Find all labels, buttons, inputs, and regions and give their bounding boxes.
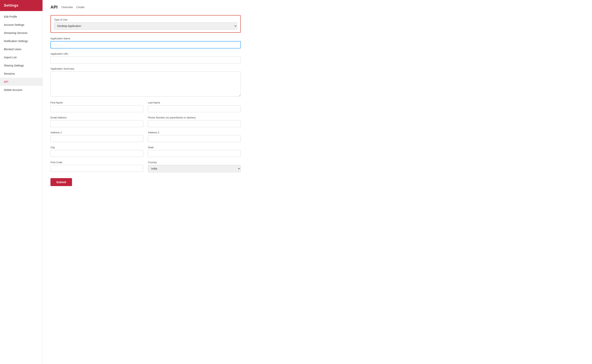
city-input[interactable] <box>50 150 143 157</box>
first-name-field: First Name <box>50 101 143 112</box>
phone-field: Phone Number (no parenthesis or dashes) <box>148 116 241 127</box>
app-name-label: Application Name <box>50 37 241 40</box>
sidebar-item-streaming-services[interactable]: Streaming Services <box>0 29 42 37</box>
sidebar-item-import-list[interactable]: Import List <box>0 53 42 61</box>
postcode-field: Post Code <box>50 161 143 172</box>
sidebar-title: Settings <box>0 0 42 11</box>
sidebar-item-sharing-settings[interactable]: Sharing Settings <box>0 61 42 70</box>
last-name-label: Last Name <box>148 101 241 104</box>
country-field: Country India United States United Kingd… <box>148 161 241 172</box>
nav-overview[interactable]: Overview <box>61 6 73 9</box>
sidebar-item-api[interactable]: API <box>0 78 42 86</box>
city-state-row: City State <box>50 146 241 157</box>
app-summary-label: Application Summary <box>50 67 241 70</box>
email-input[interactable] <box>50 120 143 127</box>
page-header: API Overview Create <box>50 5 584 10</box>
app-url-input[interactable] <box>50 56 241 63</box>
last-name-field: Last Name <box>148 101 241 112</box>
name-row: First Name Last Name <box>50 101 241 112</box>
address1-label: Address 1 <box>50 131 143 134</box>
address2-field: Address 2 <box>148 131 241 142</box>
page-title: API <box>50 5 58 10</box>
first-name-input[interactable] <box>50 105 143 112</box>
sidebar-item-blocked-users[interactable]: Blocked Users <box>0 45 42 53</box>
address2-label: Address 2 <box>148 131 241 134</box>
state-label: State <box>148 146 241 149</box>
app-name-field: Application Name <box>50 37 241 48</box>
country-select[interactable]: India United States United Kingdom Canad… <box>148 165 241 172</box>
postcode-country-row: Post Code Country India United States Un… <box>50 161 241 172</box>
address1-field: Address 1 <box>50 131 143 142</box>
sidebar-item-sessions[interactable]: Sessions <box>0 70 42 78</box>
last-name-input[interactable] <box>148 105 241 112</box>
city-field: City <box>50 146 143 157</box>
sidebar-item-notification-settings[interactable]: Notification Settings <box>0 37 42 45</box>
app-summary-field: Application Summary <box>50 67 241 97</box>
state-input[interactable] <box>148 150 241 157</box>
submit-button[interactable]: Submit <box>50 178 72 186</box>
sidebar-item-account-settings[interactable]: Account Settings <box>0 21 42 29</box>
address2-input[interactable] <box>148 135 241 142</box>
sidebar: Settings Edit Profile Account Settings S… <box>0 0 43 364</box>
app-name-input[interactable] <box>50 41 241 48</box>
state-field: State <box>148 146 241 157</box>
address1-input[interactable] <box>50 135 143 142</box>
app-url-label: Application URL <box>50 52 241 55</box>
type-of-use-label: Type of Use <box>54 18 237 21</box>
postcode-input[interactable] <box>50 165 143 172</box>
app-summary-textarea[interactable] <box>50 71 241 97</box>
main-content: API Overview Create Type of Use Desktop … <box>43 0 592 364</box>
header-nav: Overview Create <box>61 6 84 9</box>
sidebar-item-edit-profile[interactable]: Edit Profile <box>0 13 42 21</box>
city-label: City <box>50 146 143 149</box>
postcode-label: Post Code <box>50 161 143 164</box>
phone-input[interactable] <box>148 120 241 127</box>
first-name-label: First Name <box>50 101 143 104</box>
api-form: Type of Use Desktop Application Web Appl… <box>50 15 241 186</box>
email-label: Email Address <box>50 116 143 119</box>
nav-create[interactable]: Create <box>76 6 84 9</box>
address-row: Address 1 Address 2 <box>50 131 241 142</box>
sidebar-nav: Edit Profile Account Settings Streaming … <box>0 11 42 96</box>
contact-row: Email Address Phone Number (no parenthes… <box>50 116 241 127</box>
sidebar-item-delete-account[interactable]: Delete Account <box>0 86 42 94</box>
app-url-field: Application URL <box>50 52 241 63</box>
email-field: Email Address <box>50 116 143 127</box>
country-label: Country <box>148 161 241 164</box>
phone-label: Phone Number (no parenthesis or dashes) <box>148 116 241 119</box>
type-of-use-select[interactable]: Desktop Application Web Application Mobi… <box>54 22 237 30</box>
type-of-use-box: Type of Use Desktop Application Web Appl… <box>50 15 241 33</box>
